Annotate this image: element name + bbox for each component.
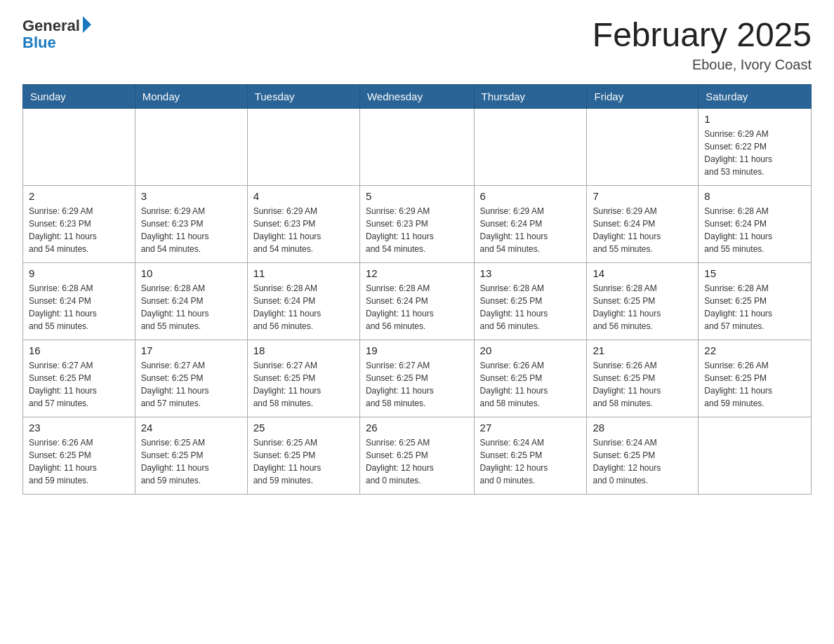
logo-general-text: General <box>22 17 80 35</box>
day-cell: 21Sunrise: 6:26 AM Sunset: 6:25 PM Dayli… <box>587 340 699 417</box>
header-tuesday: Tuesday <box>247 84 359 108</box>
day-cell: 22Sunrise: 6:26 AM Sunset: 6:25 PM Dayli… <box>699 340 812 417</box>
header-thursday: Thursday <box>474 84 587 108</box>
day-cell <box>699 417 812 494</box>
day-info: Sunrise: 6:29 AM Sunset: 6:24 PM Dayligh… <box>593 205 692 255</box>
day-info: Sunrise: 6:29 AM Sunset: 6:23 PM Dayligh… <box>366 205 468 255</box>
day-info: Sunrise: 6:29 AM Sunset: 6:23 PM Dayligh… <box>253 205 354 255</box>
week-row-2: 2Sunrise: 6:29 AM Sunset: 6:23 PM Daylig… <box>23 185 812 262</box>
day-info: Sunrise: 6:25 AM Sunset: 6:25 PM Dayligh… <box>253 436 354 487</box>
header-friday: Friday <box>587 84 699 108</box>
day-cell: 24Sunrise: 6:25 AM Sunset: 6:25 PM Dayli… <box>135 417 247 494</box>
day-number: 25 <box>253 422 354 434</box>
page-header: General Blue February 2025 Eboue, Ivory … <box>22 17 812 73</box>
day-cell: 15Sunrise: 6:28 AM Sunset: 6:25 PM Dayli… <box>699 262 812 340</box>
day-info: Sunrise: 6:28 AM Sunset: 6:25 PM Dayligh… <box>480 282 581 333</box>
location-subtitle: Eboue, Ivory Coast <box>593 57 812 73</box>
day-cell: 14Sunrise: 6:28 AM Sunset: 6:25 PM Dayli… <box>587 262 699 340</box>
day-cell <box>587 108 699 185</box>
day-info: Sunrise: 6:27 AM Sunset: 6:25 PM Dayligh… <box>366 359 468 410</box>
day-number: 20 <box>480 344 581 356</box>
day-number: 28 <box>593 422 692 434</box>
day-cell: 2Sunrise: 6:29 AM Sunset: 6:23 PM Daylig… <box>23 185 135 262</box>
day-number: 19 <box>366 344 468 356</box>
day-cell: 19Sunrise: 6:27 AM Sunset: 6:25 PM Dayli… <box>359 340 474 417</box>
day-cell <box>23 108 135 185</box>
day-cell: 13Sunrise: 6:28 AM Sunset: 6:25 PM Dayli… <box>474 262 587 340</box>
day-cell: 10Sunrise: 6:28 AM Sunset: 6:24 PM Dayli… <box>135 262 247 340</box>
month-title: February 2025 <box>593 17 812 54</box>
day-info: Sunrise: 6:29 AM Sunset: 6:24 PM Dayligh… <box>480 205 581 255</box>
day-info: Sunrise: 6:25 AM Sunset: 6:25 PM Dayligh… <box>141 436 241 487</box>
day-info: Sunrise: 6:27 AM Sunset: 6:25 PM Dayligh… <box>253 359 354 410</box>
day-cell <box>474 108 587 185</box>
day-info: Sunrise: 6:25 AM Sunset: 6:25 PM Dayligh… <box>366 436 468 487</box>
day-number: 9 <box>29 267 129 279</box>
day-number: 26 <box>366 422 468 434</box>
day-info: Sunrise: 6:27 AM Sunset: 6:25 PM Dayligh… <box>29 359 129 410</box>
day-cell <box>359 108 474 185</box>
day-cell: 7Sunrise: 6:29 AM Sunset: 6:24 PM Daylig… <box>587 185 699 262</box>
day-info: Sunrise: 6:24 AM Sunset: 6:25 PM Dayligh… <box>593 436 692 487</box>
day-cell: 23Sunrise: 6:26 AM Sunset: 6:25 PM Dayli… <box>23 417 135 494</box>
header-monday: Monday <box>135 84 247 108</box>
day-number: 10 <box>141 267 241 279</box>
day-cell: 9Sunrise: 6:28 AM Sunset: 6:24 PM Daylig… <box>23 262 135 340</box>
day-info: Sunrise: 6:28 AM Sunset: 6:24 PM Dayligh… <box>141 282 241 333</box>
day-info: Sunrise: 6:26 AM Sunset: 6:25 PM Dayligh… <box>480 359 581 410</box>
week-row-1: 1Sunrise: 6:29 AM Sunset: 6:22 PM Daylig… <box>23 108 812 185</box>
day-info: Sunrise: 6:28 AM Sunset: 6:24 PM Dayligh… <box>29 282 129 333</box>
day-info: Sunrise: 6:24 AM Sunset: 6:25 PM Dayligh… <box>480 436 581 487</box>
day-number: 27 <box>480 422 581 434</box>
day-number: 13 <box>480 267 581 279</box>
day-info: Sunrise: 6:28 AM Sunset: 6:25 PM Dayligh… <box>593 282 692 333</box>
day-number: 11 <box>253 267 354 279</box>
logo-blue-text: Blue <box>22 34 56 52</box>
day-cell: 5Sunrise: 6:29 AM Sunset: 6:23 PM Daylig… <box>359 185 474 262</box>
day-number: 3 <box>141 190 241 202</box>
day-number: 4 <box>253 190 354 202</box>
day-number: 22 <box>704 344 805 356</box>
day-info: Sunrise: 6:28 AM Sunset: 6:24 PM Dayligh… <box>704 205 805 255</box>
day-number: 16 <box>29 344 129 356</box>
day-cell: 4Sunrise: 6:29 AM Sunset: 6:23 PM Daylig… <box>247 185 359 262</box>
day-number: 15 <box>704 267 805 279</box>
day-number: 17 <box>141 344 241 356</box>
day-cell: 18Sunrise: 6:27 AM Sunset: 6:25 PM Dayli… <box>247 340 359 417</box>
day-number: 2 <box>29 190 129 202</box>
day-info: Sunrise: 6:28 AM Sunset: 6:24 PM Dayligh… <box>366 282 468 333</box>
day-info: Sunrise: 6:28 AM Sunset: 6:25 PM Dayligh… <box>704 282 805 333</box>
day-number: 23 <box>29 422 129 434</box>
header-saturday: Saturday <box>699 84 812 108</box>
day-cell: 11Sunrise: 6:28 AM Sunset: 6:24 PM Dayli… <box>247 262 359 340</box>
logo-triangle-icon <box>83 16 91 33</box>
day-cell: 3Sunrise: 6:29 AM Sunset: 6:23 PM Daylig… <box>135 185 247 262</box>
day-cell: 28Sunrise: 6:24 AM Sunset: 6:25 PM Dayli… <box>587 417 699 494</box>
day-cell: 20Sunrise: 6:26 AM Sunset: 6:25 PM Dayli… <box>474 340 587 417</box>
logo: General Blue <box>22 17 91 52</box>
day-cell: 1Sunrise: 6:29 AM Sunset: 6:22 PM Daylig… <box>699 108 812 185</box>
day-info: Sunrise: 6:27 AM Sunset: 6:25 PM Dayligh… <box>141 359 241 410</box>
day-cell: 12Sunrise: 6:28 AM Sunset: 6:24 PM Dayli… <box>359 262 474 340</box>
day-cell <box>247 108 359 185</box>
day-cell: 8Sunrise: 6:28 AM Sunset: 6:24 PM Daylig… <box>699 185 812 262</box>
day-number: 21 <box>593 344 692 356</box>
day-info: Sunrise: 6:26 AM Sunset: 6:25 PM Dayligh… <box>704 359 805 410</box>
day-number: 1 <box>704 113 805 125</box>
day-info: Sunrise: 6:26 AM Sunset: 6:25 PM Dayligh… <box>593 359 692 410</box>
day-info: Sunrise: 6:29 AM Sunset: 6:23 PM Dayligh… <box>29 205 129 255</box>
day-number: 6 <box>480 190 581 202</box>
day-info: Sunrise: 6:29 AM Sunset: 6:22 PM Dayligh… <box>704 128 805 178</box>
week-row-3: 9Sunrise: 6:28 AM Sunset: 6:24 PM Daylig… <box>23 262 812 340</box>
calendar-header-row: Sunday Monday Tuesday Wednesday Thursday… <box>23 84 812 108</box>
day-cell: 25Sunrise: 6:25 AM Sunset: 6:25 PM Dayli… <box>247 417 359 494</box>
day-cell <box>135 108 247 185</box>
day-number: 24 <box>141 422 241 434</box>
week-row-4: 16Sunrise: 6:27 AM Sunset: 6:25 PM Dayli… <box>23 340 812 417</box>
day-number: 5 <box>366 190 468 202</box>
day-info: Sunrise: 6:28 AM Sunset: 6:24 PM Dayligh… <box>253 282 354 333</box>
day-number: 18 <box>253 344 354 356</box>
day-info: Sunrise: 6:29 AM Sunset: 6:23 PM Dayligh… <box>141 205 241 255</box>
day-cell: 27Sunrise: 6:24 AM Sunset: 6:25 PM Dayli… <box>474 417 587 494</box>
day-cell: 6Sunrise: 6:29 AM Sunset: 6:24 PM Daylig… <box>474 185 587 262</box>
